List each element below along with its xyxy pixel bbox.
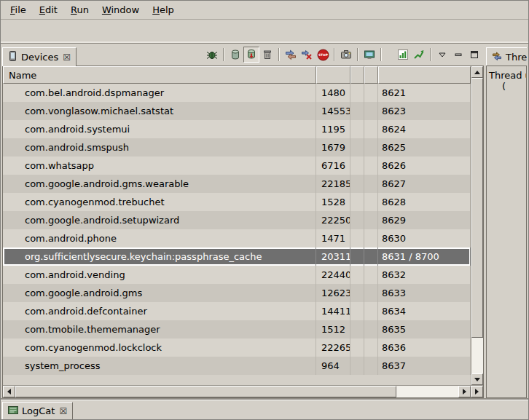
tab-devices-label: Devices: [21, 52, 58, 63]
process-port: 8624: [378, 120, 471, 138]
process-cell-b: [364, 247, 378, 266]
tab-logcat-label: LogCat: [22, 405, 55, 416]
process-cell-a: [350, 338, 364, 357]
process-name: com.android.defcontainer: [3, 302, 316, 320]
scroll-right-button[interactable]: [458, 386, 471, 397]
scrollbar-corner[interactable]: [471, 386, 483, 397]
column-header-b[interactable]: [364, 66, 378, 84]
dump-hprof-icon[interactable]: [243, 47, 259, 63]
process-name: com.cyanogenmod.lockclock: [3, 338, 316, 357]
table-row[interactable]: com.cyanogenmod.trebuchet 1528 8628: [3, 193, 471, 211]
process-cell-a: [350, 175, 364, 193]
table-row[interactable]: system_process 964 8637: [3, 357, 471, 375]
menu-help[interactable]: Help: [146, 2, 181, 17]
column-header-port[interactable]: [378, 66, 471, 84]
process-cell-a: [350, 229, 364, 247]
table-row[interactable]: com.tmobile.thememanager 1512 8635: [3, 320, 471, 338]
process-cell-b: [364, 211, 378, 229]
stop-process-icon[interactable]: STOP: [315, 47, 331, 63]
vertical-scrollbar[interactable]: [471, 66, 483, 385]
process-port: 8625: [378, 138, 471, 156]
threads-icon: [492, 51, 502, 63]
right-arrow-icon: [475, 389, 479, 395]
view-menu-icon[interactable]: [434, 47, 450, 63]
process-cell-b: [364, 156, 378, 175]
table-header: Name: [3, 66, 471, 84]
table-row[interactable]: com.cyanogenmod.lockclock 22265 8636: [3, 338, 471, 357]
process-port: 8631 / 8700: [378, 247, 471, 266]
maximize-icon[interactable]: [466, 47, 482, 63]
table-row[interactable]: com.whatsapp 6716 8626: [3, 156, 471, 175]
horizontal-scrollbar[interactable]: [3, 386, 471, 397]
process-name: com.google.android.gms: [3, 284, 316, 302]
table-row[interactable]: com.android.smspush 1679 8625: [3, 138, 471, 156]
table-row[interactable]: org.sufficientlysecure.keychain:passphra…: [3, 247, 471, 266]
vertical-scroll-track[interactable]: [471, 78, 483, 373]
process-port: 8626: [378, 156, 471, 175]
debug-icon[interactable]: [204, 47, 220, 63]
table-row[interactable]: com.google.android.gms 12623 8633: [3, 284, 471, 302]
table-row[interactable]: com.android.phone 1471 8630: [3, 229, 471, 247]
close-icon[interactable]: ☒: [58, 406, 67, 416]
up-arrow-icon: [474, 71, 480, 74]
toolbar-separator: [334, 48, 335, 61]
threads-message-line1: Thread up: [489, 70, 524, 81]
process-cell-a: [350, 138, 364, 156]
table-row[interactable]: com.google.android.setupwizard 22250 862…: [3, 211, 471, 229]
process-pid: 1195: [316, 120, 350, 138]
scroll-down-button[interactable]: [471, 373, 483, 385]
process-port: 8623: [378, 102, 471, 120]
table-row[interactable]: com.google.android.gms.wearable 22185 86…: [3, 175, 471, 193]
column-header-pid[interactable]: [316, 66, 350, 84]
vertical-scroll-thumb[interactable]: [471, 78, 483, 338]
process-name: com.android.phone: [3, 229, 316, 247]
table-row[interactable]: com.android.defcontainer 14411 8634: [3, 302, 471, 320]
tab-logcat[interactable]: LogCat ☒: [2, 402, 73, 419]
process-name: com.whatsapp: [3, 156, 316, 175]
screen-record-icon[interactable]: [361, 47, 377, 63]
process-pid: 1528: [316, 193, 350, 211]
toolbar-separator: [430, 48, 431, 61]
cause-gc-icon[interactable]: [259, 47, 275, 63]
process-port: 8632: [378, 266, 471, 284]
table-row[interactable]: com.vonglasow.michael.satstat 14553 8623: [3, 102, 471, 120]
toolbar-separator: [223, 48, 224, 61]
table-row[interactable]: com.android.systemui 1195 8624: [3, 120, 471, 138]
menu-run[interactable]: Run: [64, 2, 95, 17]
screenshot-icon[interactable]: [338, 47, 354, 63]
close-icon[interactable]: ☒: [62, 52, 71, 63]
menu-window[interactable]: Window: [95, 2, 146, 17]
horizontal-scroll-thumb[interactable]: [15, 386, 396, 397]
threads-panel: Threads Thread up (: [486, 45, 527, 398]
device-table: Name com.bel.android.dspmanager 1480 862…: [3, 66, 483, 385]
tab-threads[interactable]: Threads: [486, 47, 527, 66]
column-header-name[interactable]: Name: [3, 66, 316, 84]
minimize-icon[interactable]: [450, 47, 466, 63]
table-row[interactable]: com.android.vending 22440 8632: [3, 266, 471, 284]
threads-tabbar: Threads: [486, 45, 527, 66]
menu-edit[interactable]: Edit: [33, 2, 64, 17]
stop-method-profiling-icon[interactable]: [299, 47, 315, 63]
method-profiling-icon[interactable]: [395, 47, 411, 63]
tab-devices[interactable]: Devices ☒: [2, 47, 77, 66]
logcat-icon: [8, 405, 18, 417]
update-heap-icon[interactable]: [227, 47, 243, 63]
menubar: FileEditRunWindowHelp: [1, 1, 528, 20]
start-tracing-icon[interactable]: [411, 47, 427, 63]
process-cell-a: [350, 247, 364, 266]
table-row[interactable]: com.bel.android.dspmanager 1480 8621: [3, 84, 471, 102]
process-pid: 1679: [316, 138, 350, 156]
process-pid: 14553: [316, 102, 350, 120]
horizontal-scroll-track[interactable]: [15, 386, 458, 397]
column-header-a[interactable]: [350, 66, 364, 84]
process-cell-a: [350, 193, 364, 211]
update-threads-icon[interactable]: [283, 47, 299, 63]
process-port: 8628: [378, 193, 471, 211]
scroll-up-button[interactable]: [471, 66, 483, 78]
main-area: Devices ☒: [1, 44, 528, 400]
process-name: com.android.vending: [3, 266, 316, 284]
process-name: com.vonglasow.michael.satstat: [3, 102, 316, 120]
scroll-left-button[interactable]: [3, 386, 15, 397]
process-cell-b: [364, 193, 378, 211]
menu-file[interactable]: File: [4, 2, 33, 17]
